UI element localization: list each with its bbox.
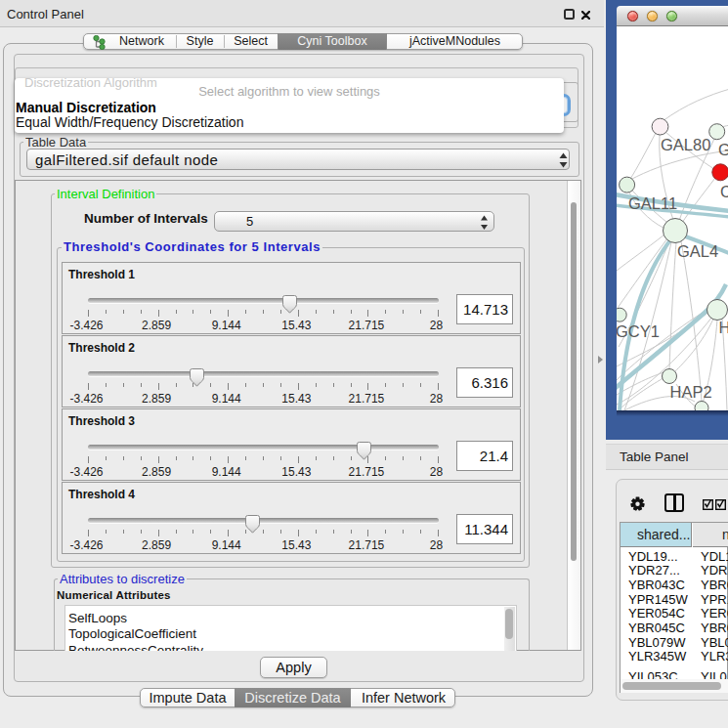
svg-text:GAL80: GAL80 — [661, 136, 710, 153]
svg-text:HAP2: HAP2 — [670, 383, 712, 401]
svg-text:GAL11: GAL11 — [628, 194, 677, 212]
svg-text:GCY1: GCY1 — [617, 322, 660, 340]
svg-text:H: H — [719, 319, 728, 336]
svg-text:C: C — [720, 183, 728, 200]
svg-text:GA: GA — [718, 141, 728, 158]
svg-text:GAL4: GAL4 — [677, 242, 718, 260]
